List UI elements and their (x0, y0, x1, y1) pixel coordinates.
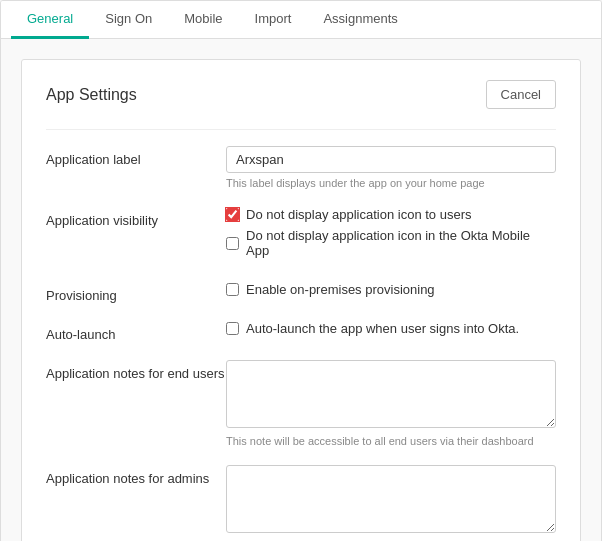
autolaunch-checkbox[interactable] (226, 322, 239, 335)
visibility-option2-checkbox[interactable] (226, 237, 239, 250)
notes-admins-row: Application notes for admins This note w… (46, 465, 556, 541)
tab-import[interactable]: Import (239, 1, 308, 39)
autolaunch-option-row: Auto-launch the app when user signs into… (226, 321, 556, 336)
application-visibility-label: Application visibility (46, 207, 226, 228)
application-label-input[interactable] (226, 146, 556, 173)
application-visibility-row: Application visibility Do not display ap… (46, 207, 556, 264)
notes-admins-textarea[interactable] (226, 465, 556, 533)
notes-admins-label: Application notes for admins (46, 465, 226, 486)
app-window: General Sign On Mobile Import Assignment… (0, 0, 602, 541)
card-title: App Settings (46, 86, 137, 104)
provisioning-label: Provisioning (46, 282, 226, 303)
card-header: App Settings Cancel (46, 80, 556, 109)
provisioning-option-label: Enable on-premises provisioning (246, 282, 435, 297)
notes-admins-field: This note will only be accessible to adm… (226, 465, 556, 541)
main-content: App Settings Cancel Application label Th… (1, 39, 601, 541)
application-label-label: Application label (46, 146, 226, 167)
visibility-option1-checkbox[interactable] (226, 208, 239, 221)
provisioning-row: Provisioning Enable on-premises provisio… (46, 282, 556, 303)
notes-end-users-label: Application notes for end users (46, 360, 226, 381)
notes-end-users-field: This note will be accessible to all end … (226, 360, 556, 447)
autolaunch-row: Auto-launch Auto-launch the app when use… (46, 321, 556, 342)
tab-mobile[interactable]: Mobile (168, 1, 238, 39)
provisioning-option-row: Enable on-premises provisioning (226, 282, 556, 297)
tab-sign-on[interactable]: Sign On (89, 1, 168, 39)
autolaunch-field: Auto-launch the app when user signs into… (226, 321, 556, 342)
visibility-option2-label: Do not display application icon in the O… (246, 228, 556, 258)
app-settings-card: App Settings Cancel Application label Th… (21, 59, 581, 541)
notes-end-users-hint: This note will be accessible to all end … (226, 435, 556, 447)
visibility-option2-row: Do not display application icon in the O… (226, 228, 556, 258)
visibility-option1-label: Do not display application icon to users (246, 207, 471, 222)
application-label-hint: This label displays under the app on you… (226, 177, 556, 189)
application-visibility-field: Do not display application icon to users… (226, 207, 556, 264)
visibility-option1-row: Do not display application icon to users (226, 207, 556, 222)
tab-bar: General Sign On Mobile Import Assignment… (1, 1, 601, 39)
provisioning-field: Enable on-premises provisioning (226, 282, 556, 303)
application-label-row: Application label This label displays un… (46, 146, 556, 189)
cancel-button[interactable]: Cancel (486, 80, 556, 109)
autolaunch-option-label: Auto-launch the app when user signs into… (246, 321, 519, 336)
provisioning-checkbox[interactable] (226, 283, 239, 296)
application-label-field: This label displays under the app on you… (226, 146, 556, 189)
divider (46, 129, 556, 130)
tab-general[interactable]: General (11, 1, 89, 39)
notes-end-users-textarea[interactable] (226, 360, 556, 428)
tab-assignments[interactable]: Assignments (307, 1, 413, 39)
autolaunch-label: Auto-launch (46, 321, 226, 342)
notes-end-users-row: Application notes for end users This not… (46, 360, 556, 447)
